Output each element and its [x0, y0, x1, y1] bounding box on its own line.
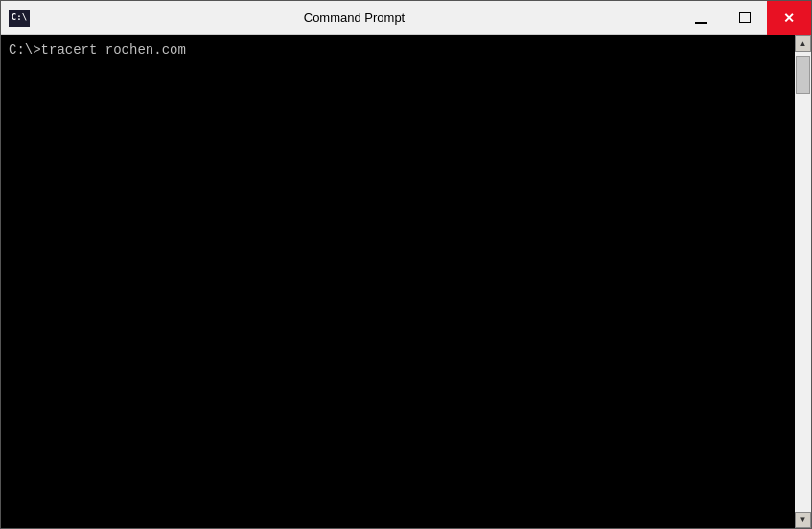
minimize-button[interactable]: [679, 1, 723, 35]
close-icon: ✕: [783, 11, 795, 26]
title-bar-left: C:\: [1, 10, 30, 27]
terminal-area[interactable]: C:\>tracert rochen.com: [1, 35, 795, 528]
title-bar-controls: ✕: [679, 1, 811, 35]
scrollbar-thumb[interactable]: [796, 56, 810, 94]
scrollbar: ▲ ▼: [795, 35, 811, 528]
maximize-button[interactable]: [723, 1, 767, 35]
scrollbar-arrow-down[interactable]: ▼: [795, 512, 811, 528]
command-prompt-window: C:\ Command Prompt ✕ C:\>tracert rochen.…: [0, 0, 812, 529]
title-bar-title: Command Prompt: [30, 11, 679, 25]
close-button[interactable]: ✕: [767, 1, 811, 35]
window-body: C:\>tracert rochen.com ▲ ▼: [1, 35, 811, 528]
title-bar: C:\ Command Prompt ✕: [1, 1, 811, 35]
arrow-down-icon: ▼: [800, 516, 807, 524]
arrow-up-icon: ▲: [800, 39, 807, 48]
terminal-line-1: C:\>tracert rochen.com: [9, 41, 787, 60]
cmd-icon: C:\: [9, 10, 30, 27]
scrollbar-thumb-area[interactable]: [795, 52, 811, 512]
minimize-icon: [695, 22, 707, 24]
maximize-icon: [739, 12, 751, 23]
scrollbar-arrow-up[interactable]: ▲: [795, 35, 811, 52]
